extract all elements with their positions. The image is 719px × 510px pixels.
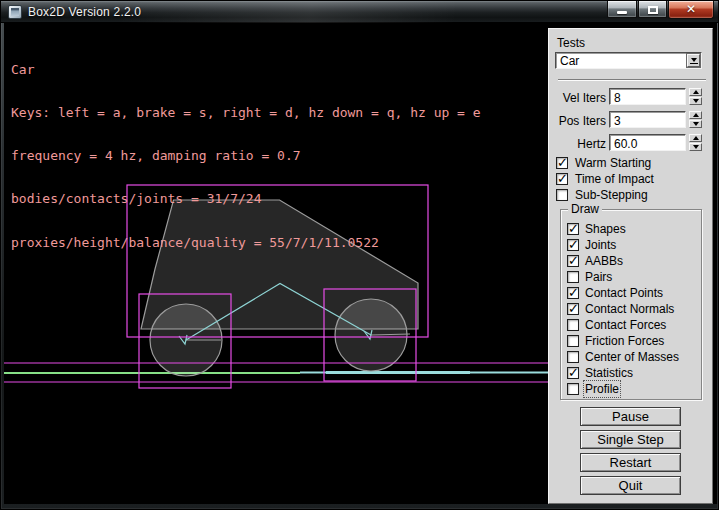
checkbox-joints-label[interactable]: Joints <box>585 238 616 252</box>
checkbox-center-of-masses-label[interactable]: Center of Masses <box>585 350 679 364</box>
checkbox-sub-stepping-label[interactable]: Sub-Stepping <box>575 188 648 202</box>
debug-line-title: Car <box>11 63 481 77</box>
debug-text-overlay: Car Keys: left = a, brake = s, right = d… <box>11 34 481 279</box>
vel-iters-label: Vel Iters <box>549 91 606 105</box>
app-icon <box>8 5 22 19</box>
checkbox-aabbs-label[interactable]: AABBs <box>585 254 623 268</box>
checkbox-warm-starting[interactable] <box>556 157 568 169</box>
close-button[interactable]: ✕ <box>668 1 714 19</box>
pause-button[interactable]: Pause <box>580 407 681 426</box>
hertz-input[interactable]: 60.0 <box>609 134 686 151</box>
chevron-underline <box>690 63 698 64</box>
checkbox-statistics-label[interactable]: Statistics <box>585 366 633 380</box>
restart-button[interactable]: Restart <box>580 453 681 472</box>
pos-iters-spin-up-button[interactable] <box>689 111 702 119</box>
checkbox-friction-forces[interactable] <box>567 335 579 347</box>
pos-iters-label: Pos Iters <box>549 114 606 128</box>
debug-line-frequency: frequency = 4 hz, damping ratio = 0.7 <box>11 149 481 163</box>
pos-iters-spin-down-button[interactable] <box>689 120 702 128</box>
arrow-up-icon <box>693 90 699 94</box>
caption-buttons: ✕ <box>607 1 714 19</box>
checkbox-joints[interactable] <box>567 239 579 251</box>
maximize-button[interactable] <box>638 1 667 18</box>
checkbox-contact-normals-label[interactable]: Contact Normals <box>585 302 674 316</box>
checkbox-shapes[interactable] <box>567 223 579 235</box>
debug-line-keys: Keys: left = a, brake = s, right = d, hz… <box>11 106 481 120</box>
app-icon-pane <box>11 8 19 16</box>
checkbox-profile-label[interactable]: Profile <box>585 382 619 396</box>
control-panel: Tests Car Vel Iters 8 Pos Iters <box>548 28 713 504</box>
checkbox-shapes-label[interactable]: Shapes <box>585 222 626 236</box>
minimize-icon <box>617 11 627 14</box>
checkbox-pairs[interactable] <box>567 271 579 283</box>
checkbox-center-of-masses[interactable] <box>567 351 579 363</box>
hertz-spin-down-button[interactable] <box>689 143 702 151</box>
checkbox-friction-forces-label[interactable]: Friction Forces <box>585 334 664 348</box>
vel-iters-spin-down-button[interactable] <box>689 97 702 105</box>
debug-line-proxies: proxies/height/balance/quality = 55/7/1/… <box>11 236 481 250</box>
hertz-row: Hertz 60.0 <box>549 134 712 151</box>
arrow-down-icon <box>693 145 699 149</box>
vel-iters-spinner <box>689 88 702 105</box>
minimize-button[interactable] <box>607 1 637 18</box>
chevron-down-icon <box>691 58 697 62</box>
checkbox-time-of-impact-label[interactable]: Time of Impact <box>575 172 654 186</box>
checkbox-warm-starting-label[interactable]: Warm Starting <box>575 156 651 170</box>
separator-line <box>558 79 706 81</box>
hertz-label: Hertz <box>549 137 606 151</box>
pos-iters-spinner <box>689 111 702 128</box>
arrow-down-icon <box>693 122 699 126</box>
arrow-up-icon <box>693 136 699 140</box>
checkbox-contact-forces[interactable] <box>567 319 579 331</box>
pos-iters-row: Pos Iters 3 <box>549 111 712 128</box>
window-title: Box2D Version 2.2.0 <box>28 5 141 19</box>
quit-button[interactable]: Quit <box>580 476 681 495</box>
close-icon: ✕ <box>686 2 696 16</box>
checkbox-contact-forces-label[interactable]: Contact Forces <box>585 318 666 332</box>
checkbox-pairs-label[interactable]: Pairs <box>585 270 612 284</box>
simulation-canvas[interactable]: Car Keys: left = a, brake = s, right = d… <box>4 23 548 504</box>
tests-label: Tests <box>557 36 585 50</box>
titlebar[interactable]: Box2D Version 2.2.0 ✕ <box>1 1 719 23</box>
app-window: Box2D Version 2.2.0 ✕ <box>0 0 719 510</box>
checkbox-aabbs[interactable] <box>567 255 579 267</box>
hertz-spinner <box>689 134 702 151</box>
vel-iters-input[interactable]: 8 <box>609 88 686 105</box>
hertz-spin-up-button[interactable] <box>689 134 702 142</box>
checkbox-contact-normals[interactable] <box>567 303 579 315</box>
checkbox-contact-points-label[interactable]: Contact Points <box>585 286 663 300</box>
tests-dropdown-arrow-button[interactable] <box>687 54 700 67</box>
vel-iters-spin-up-button[interactable] <box>689 88 702 96</box>
arrow-down-icon <box>693 99 699 103</box>
checkbox-time-of-impact[interactable] <box>556 173 568 185</box>
debug-line-counts: bodies/contacts/joints = 31/7/24 <box>11 192 481 206</box>
checkbox-statistics[interactable] <box>567 367 579 379</box>
arrow-up-icon <box>693 113 699 117</box>
single-step-button[interactable]: Single Step <box>580 430 681 449</box>
checkbox-contact-points[interactable] <box>567 287 579 299</box>
draw-group-title: Draw <box>568 202 602 216</box>
tests-dropdown-value: Car <box>560 54 579 68</box>
maximize-icon <box>648 6 658 14</box>
vel-iters-row: Vel Iters 8 <box>549 88 712 105</box>
draw-group: Draw Shapes Joints AABBs Pairs Contact P… <box>560 209 702 400</box>
tests-dropdown[interactable]: Car <box>555 52 702 69</box>
checkbox-profile[interactable] <box>567 383 579 395</box>
content-area: Car Keys: left = a, brake = s, right = d… <box>4 23 717 504</box>
pos-iters-input[interactable]: 3 <box>609 111 686 128</box>
checkbox-sub-stepping[interactable] <box>556 189 568 201</box>
